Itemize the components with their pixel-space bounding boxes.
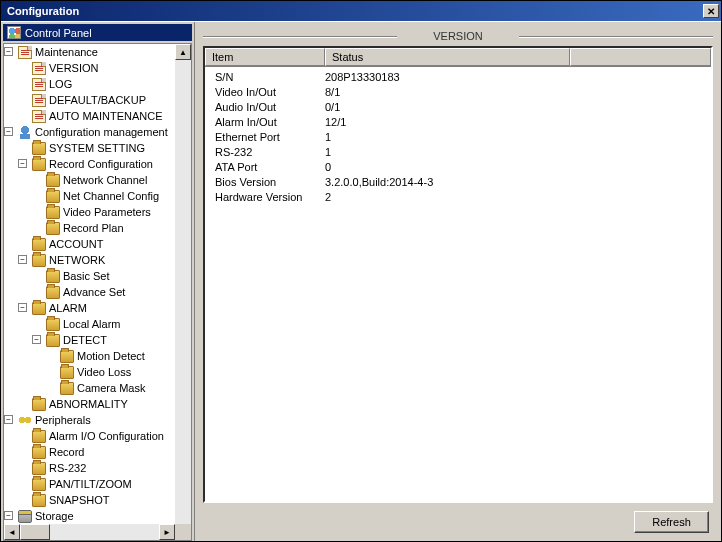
detail-pane: VERSION Item Status S/N208P13330183 Vide… [195, 22, 721, 541]
tree-item-net-channel-config[interactable]: Net Channel Config [46, 188, 175, 204]
tree-item-ptz[interactable]: PAN/TILT/ZOOM [32, 476, 175, 492]
tree-item-system-setting[interactable]: SYSTEM SETTING [32, 140, 175, 156]
expander-icon[interactable]: − [18, 303, 27, 312]
tree-item-version[interactable]: VERSION [32, 60, 175, 76]
expander-icon[interactable]: − [32, 335, 41, 344]
refresh-button[interactable]: Refresh [634, 511, 709, 533]
folder-icon [46, 222, 60, 235]
scroll-corner [175, 524, 191, 540]
tree-item-peripherals[interactable]: Peripherals [18, 412, 175, 428]
folder-icon [32, 142, 46, 155]
tree-item-default-backup[interactable]: DEFAULT/BACKUP [32, 92, 175, 108]
tree-root-label: Control Panel [25, 27, 92, 39]
window-title: Configuration [3, 5, 79, 17]
folder-icon [46, 190, 60, 203]
folder-icon [32, 158, 46, 171]
doc-icon [32, 78, 46, 91]
tree-item-record-plan[interactable]: Record Plan [46, 220, 175, 236]
doc-icon [18, 46, 32, 59]
list-row[interactable]: Hardware Version2 [205, 189, 711, 204]
folder-icon [32, 494, 46, 507]
close-button[interactable]: ✕ [703, 4, 719, 18]
list-header: Item Status [205, 48, 711, 67]
control-panel-icon [7, 26, 21, 39]
expander-icon[interactable]: − [4, 47, 13, 56]
folder-icon [32, 302, 46, 315]
tree-item-abnormality[interactable]: ABNORMALITY [32, 396, 175, 412]
tree-item-record[interactable]: Record [32, 444, 175, 460]
tree-item-basic-set[interactable]: Basic Set [46, 268, 175, 284]
folder-icon [46, 206, 60, 219]
content-area: Control Panel − Maintenance VERSION LOG … [1, 21, 721, 541]
tree-item-alarm[interactable]: ALARM [32, 300, 175, 316]
expander-icon[interactable]: − [4, 415, 13, 424]
tree: − Maintenance VERSION LOG DEFAULT/BACKUP… [4, 44, 175, 524]
tree-item-network-channel[interactable]: Network Channel [46, 172, 175, 188]
list-row[interactable]: ATA Port0 [205, 159, 711, 174]
tree-item-record-configuration[interactable]: Record Configuration [32, 156, 175, 172]
folder-icon [32, 238, 46, 251]
tree-item-local-alarm[interactable]: Local Alarm [46, 316, 175, 332]
folder-icon [32, 430, 46, 443]
tree-item-maintenance[interactable]: Maintenance [18, 44, 175, 60]
tree-item-video-parameters[interactable]: Video Parameters [46, 204, 175, 220]
scroll-track[interactable] [50, 524, 159, 540]
tree-item-log[interactable]: LOG [32, 76, 175, 92]
folder-icon [60, 366, 74, 379]
tree-item-alarm-io[interactable]: Alarm I/O Configuration [32, 428, 175, 444]
tree-horizontal-scrollbar[interactable]: ◄ ► [4, 524, 175, 540]
tree-pane: Control Panel − Maintenance VERSION LOG … [1, 22, 195, 541]
tree-item-account[interactable]: ACCOUNT [32, 236, 175, 252]
folder-icon [60, 382, 74, 395]
list-row[interactable]: Ethernet Port1 [205, 129, 711, 144]
folder-icon [32, 462, 46, 475]
expander-icon[interactable]: − [18, 159, 27, 168]
titlebar: Configuration ✕ [1, 1, 721, 21]
column-header-status[interactable]: Status [325, 48, 570, 66]
scroll-thumb[interactable] [20, 524, 50, 540]
tree-item-config-management[interactable]: Configuration management [18, 124, 175, 140]
scroll-left-icon[interactable]: ◄ [4, 524, 20, 540]
folder-icon [60, 350, 74, 363]
folder-icon [46, 334, 60, 347]
doc-icon [32, 94, 46, 107]
list-row[interactable]: Audio In/Out0/1 [205, 99, 711, 114]
list-row[interactable]: Video In/Out8/1 [205, 84, 711, 99]
tree-item-auto-maintenance[interactable]: AUTO MAINTENANCE [32, 108, 175, 124]
folder-icon [32, 254, 46, 267]
folder-icon [32, 398, 46, 411]
column-header-item[interactable]: Item [205, 48, 325, 66]
tree-root-control-panel[interactable]: Control Panel [3, 24, 192, 41]
list-row[interactable]: Bios Version3.2.0.0,Build:2014-4-3 [205, 174, 711, 189]
expander-icon[interactable]: − [4, 127, 13, 136]
doc-icon [32, 62, 46, 75]
tree-item-rs232[interactable]: RS-232 [32, 460, 175, 476]
folder-icon [32, 478, 46, 491]
panel-heading: VERSION [203, 30, 713, 42]
list-body: S/N208P13330183 Video In/Out8/1 Audio In… [205, 67, 711, 501]
tree-item-storage[interactable]: Storage [18, 508, 175, 524]
config-icon [18, 126, 32, 139]
tree-item-network[interactable]: NETWORK [32, 252, 175, 268]
column-header-blank[interactable] [570, 48, 711, 66]
scroll-right-icon[interactable]: ► [159, 524, 175, 540]
tree-item-detect[interactable]: DETECT [46, 332, 175, 348]
panel-footer: Refresh [203, 503, 713, 533]
folder-icon [46, 318, 60, 331]
expander-icon[interactable]: − [18, 255, 27, 264]
tree-item-motion-detect[interactable]: Motion Detect [60, 348, 175, 364]
tree-item-camera-mask[interactable]: Camera Mask [60, 380, 175, 396]
tree-vertical-scrollbar[interactable]: ▲ [175, 44, 191, 524]
folder-icon [46, 174, 60, 187]
scroll-up-icon[interactable]: ▲ [175, 44, 191, 60]
tree-item-video-loss[interactable]: Video Loss [60, 364, 175, 380]
list-row[interactable]: RS-2321 [205, 144, 711, 159]
expander-icon[interactable]: − [4, 511, 13, 520]
list-row[interactable]: S/N208P13330183 [205, 69, 711, 84]
folder-icon [46, 286, 60, 299]
tree-container: − Maintenance VERSION LOG DEFAULT/BACKUP… [3, 43, 192, 541]
tree-item-advance-set[interactable]: Advance Set [46, 284, 175, 300]
device-icon [18, 414, 32, 427]
list-row[interactable]: Alarm In/Out12/1 [205, 114, 711, 129]
tree-item-snapshot[interactable]: SNAPSHOT [32, 492, 175, 508]
